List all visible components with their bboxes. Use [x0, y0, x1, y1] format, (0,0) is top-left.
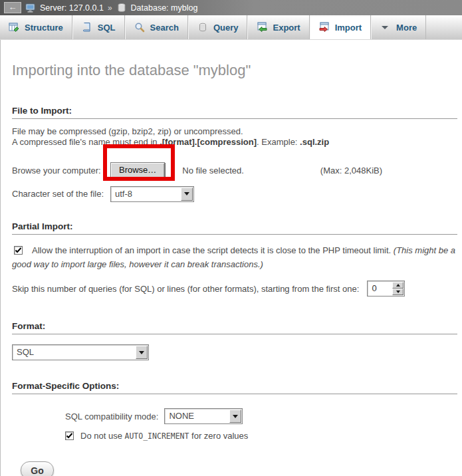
- no-file-text: No file selected.: [182, 166, 244, 176]
- skip-queries-spinner: [392, 282, 404, 295]
- format-select[interactable]: SQL: [12, 344, 149, 360]
- page-title: Importing into the database "myblog": [12, 62, 457, 79]
- query-icon: [197, 22, 208, 33]
- tab-bar: Structure SQL Search Query Export: [0, 15, 462, 40]
- autoincrement-row: Do not use AUTO_INCREMENT for zero value…: [65, 431, 457, 441]
- import-icon: [319, 22, 330, 33]
- sql-compat-select-arrow[interactable]: [229, 410, 241, 423]
- max-size-text: (Max: 2,048KiB): [320, 166, 382, 176]
- compression-note-line2: A compressed file's name must end in .[f…: [12, 137, 457, 148]
- allow-interruption-checkbox[interactable]: [14, 246, 23, 255]
- back-button[interactable]: ←: [4, 2, 21, 13]
- tab-label: More: [396, 23, 417, 33]
- tab-structure[interactable]: Structure: [0, 15, 72, 39]
- allow-interruption-label: Allow the interruption of an import in c…: [32, 245, 394, 255]
- charset-select[interactable]: utf-8: [110, 186, 194, 202]
- section-heading-partial-import: Partial Import:: [12, 221, 457, 235]
- go-button[interactable]: Go: [21, 461, 54, 476]
- tab-label: Structure: [25, 23, 63, 33]
- tab-sql[interactable]: SQL: [72, 15, 125, 39]
- file-upload-row: Browse your computer: Browse… No file se…: [12, 162, 457, 178]
- skip-queries-row: Skip this number of queries (for SQL) or…: [12, 281, 457, 297]
- section-heading-file-to-import: File to Import:: [12, 106, 457, 119]
- tab-more[interactable]: More: [371, 15, 426, 39]
- tab-label: Search: [150, 23, 179, 33]
- compression-note: File may be compressed (gzip, bzip2, zip…: [12, 126, 457, 148]
- database-icon: [116, 3, 127, 13]
- allow-interruption-row: Allow the interruption of an import in c…: [12, 243, 457, 271]
- breadcrumb-database[interactable]: Database: myblog: [131, 3, 198, 13]
- tab-search[interactable]: Search: [125, 15, 188, 39]
- autoincrement-label: Do not use AUTO_INCREMENT for zero value…: [80, 431, 248, 441]
- breadcrumb-separator: »: [108, 3, 112, 13]
- tab-label: Import: [335, 23, 362, 33]
- browse-label: Browse your computer:: [12, 166, 110, 176]
- section-heading-format-specific: Format-Specific Options:: [12, 381, 457, 394]
- skip-queries-value: 0: [368, 281, 392, 296]
- export-icon: [257, 22, 267, 33]
- section-heading-format: Format:: [12, 321, 457, 334]
- tab-import[interactable]: Import: [310, 15, 371, 39]
- autoincrement-checkbox[interactable]: [65, 431, 74, 440]
- tab-export[interactable]: Export: [247, 15, 309, 39]
- breadcrumb: ← Server: 127.0.0.1 » Database: myblog: [0, 0, 462, 15]
- phpmyadmin-import-page: ← Server: 127.0.0.1 » Database: myblog S…: [0, 0, 462, 476]
- charset-select-value: utf-8: [111, 187, 180, 201]
- tab-query[interactable]: Query: [188, 15, 248, 39]
- compression-note-line1: File may be compressed (gzip, bzip2, zip…: [12, 126, 457, 137]
- tab-label: Query: [213, 23, 239, 33]
- sql-compat-select[interactable]: NONE: [164, 408, 243, 424]
- browse-button[interactable]: Browse…: [110, 162, 165, 178]
- spinner-up-button[interactable]: [392, 282, 404, 289]
- skip-queries-input[interactable]: 0: [367, 281, 405, 297]
- format-specific-options: SQL compatibility mode: NONE Do not use …: [65, 408, 457, 441]
- structure-icon: [9, 22, 19, 33]
- skip-queries-label: Skip this number of queries (for SQL) or…: [12, 284, 359, 294]
- main-content: Importing into the database "myblog" Fil…: [0, 40, 462, 476]
- server-icon: [25, 3, 36, 13]
- sql-icon: [82, 22, 92, 33]
- sql-compat-select-value: NONE: [165, 409, 229, 423]
- chevron-down-icon: [380, 22, 391, 33]
- sql-compat-row: SQL compatibility mode: NONE: [65, 408, 457, 425]
- sql-compat-label: SQL compatibility mode:: [65, 412, 158, 421]
- format-select-arrow[interactable]: [136, 346, 148, 359]
- charset-select-arrow[interactable]: [181, 187, 193, 201]
- charset-row: Character set of the file: utf-8: [12, 185, 457, 202]
- search-icon: [134, 22, 145, 33]
- breadcrumb-server[interactable]: Server: 127.0.0.1: [40, 3, 104, 13]
- tab-label: Export: [273, 23, 300, 33]
- format-select-value: SQL: [13, 345, 135, 360]
- tab-label: SQL: [98, 23, 116, 33]
- spinner-down-button[interactable]: [392, 289, 404, 295]
- charset-label: Character set of the file:: [12, 189, 110, 199]
